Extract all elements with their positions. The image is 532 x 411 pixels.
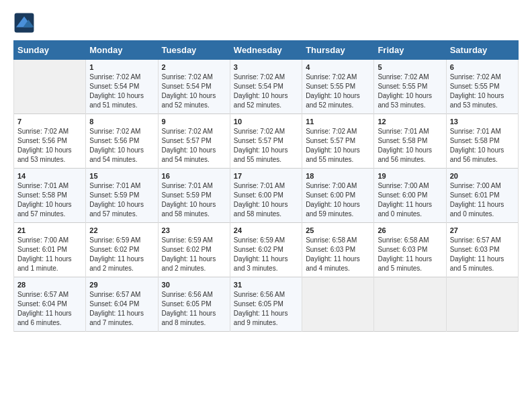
day-info: Sunrise: 7:02 AMSunset: 5:56 PMDaylight:… [17,128,72,163]
day-number: 4 [306,63,370,71]
day-number: 21 [17,226,82,234]
calendar-cell: 20 Sunrise: 7:00 AMSunset: 6:01 PMDaylig… [446,169,518,223]
day-info: Sunrise: 7:01 AMSunset: 6:00 PMDaylight:… [234,182,288,218]
day-number: 12 [378,118,442,126]
day-info: Sunrise: 7:02 AMSunset: 5:54 PMDaylight:… [89,73,144,109]
day-number: 9 [162,118,226,126]
day-info: Sunrise: 7:02 AMSunset: 5:57 PMDaylight:… [234,128,288,163]
calendar-cell: 17 Sunrise: 7:01 AMSunset: 6:00 PMDaylig… [230,169,302,223]
calendar-cell: 4 Sunrise: 7:02 AMSunset: 5:55 PMDayligh… [302,60,374,114]
weekday-header: Friday [374,41,446,60]
day-info: Sunrise: 7:02 AMSunset: 5:57 PMDaylight:… [306,128,360,163]
calendar-cell: 3 Sunrise: 7:02 AMSunset: 5:54 PMDayligh… [230,60,302,114]
day-number: 2 [162,63,226,71]
day-number: 16 [162,172,226,180]
day-info: Sunrise: 6:56 AMSunset: 6:05 PMDaylight:… [162,291,216,326]
day-info: Sunrise: 6:58 AMSunset: 6:03 PMDaylight:… [306,236,360,272]
calendar-cell: 11 Sunrise: 7:02 AMSunset: 5:57 PMDaylig… [302,114,374,169]
day-info: Sunrise: 7:00 AMSunset: 6:01 PMDaylight:… [450,182,504,218]
calendar-cell: 7 Sunrise: 7:02 AMSunset: 5:56 PMDayligh… [14,114,86,169]
day-info: Sunrise: 7:00 AMSunset: 6:00 PMDaylight:… [378,182,432,218]
day-number: 11 [306,118,370,126]
day-info: Sunrise: 6:59 AMSunset: 6:02 PMDaylight:… [89,236,144,272]
calendar-cell: 22 Sunrise: 6:59 AMSunset: 6:02 PMDaylig… [86,223,158,277]
calendar-cell: 24 Sunrise: 6:59 AMSunset: 6:02 PMDaylig… [230,223,302,277]
calendar-cell: 21 Sunrise: 7:00 AMSunset: 6:01 PMDaylig… [14,223,86,277]
day-number: 24 [234,226,298,234]
calendar-cell: 27 Sunrise: 6:57 AMSunset: 6:03 PMDaylig… [446,223,518,277]
day-number: 30 [162,281,226,289]
day-info: Sunrise: 6:59 AMSunset: 6:02 PMDaylight:… [234,236,288,272]
weekday-header: Wednesday [230,41,302,60]
calendar-table: SundayMondayTuesdayWednesdayThursdayFrid… [13,40,519,332]
calendar-cell: 29 Sunrise: 6:57 AMSunset: 6:04 PMDaylig… [86,277,158,332]
day-number: 19 [378,172,442,180]
day-info: Sunrise: 7:02 AMSunset: 5:55 PMDaylight:… [378,73,432,109]
calendar-week-row: 7 Sunrise: 7:02 AMSunset: 5:56 PMDayligh… [14,114,519,169]
day-number: 13 [450,118,515,126]
day-info: Sunrise: 7:00 AMSunset: 6:00 PMDaylight:… [306,182,360,218]
calendar-cell: 28 Sunrise: 6:57 AMSunset: 6:04 PMDaylig… [14,277,86,332]
day-info: Sunrise: 6:59 AMSunset: 6:02 PMDaylight:… [162,236,216,272]
day-info: Sunrise: 6:56 AMSunset: 6:05 PMDaylight:… [234,291,288,326]
day-number: 23 [162,226,226,234]
day-info: Sunrise: 6:58 AMSunset: 6:03 PMDaylight:… [378,236,432,272]
day-info: Sunrise: 7:02 AMSunset: 5:54 PMDaylight:… [162,73,216,109]
day-info: Sunrise: 7:01 AMSunset: 5:58 PMDaylight:… [378,128,432,163]
calendar-cell [446,277,518,332]
calendar-cell: 6 Sunrise: 7:02 AMSunset: 5:55 PMDayligh… [446,60,518,114]
calendar-cell: 19 Sunrise: 7:00 AMSunset: 6:00 PMDaylig… [374,169,446,223]
day-info: Sunrise: 7:01 AMSunset: 5:59 PMDaylight:… [89,182,144,218]
calendar-cell: 25 Sunrise: 6:58 AMSunset: 6:03 PMDaylig… [302,223,374,277]
calendar-cell: 5 Sunrise: 7:02 AMSunset: 5:55 PMDayligh… [374,60,446,114]
calendar-cell: 12 Sunrise: 7:01 AMSunset: 5:58 PMDaylig… [374,114,446,169]
day-info: Sunrise: 7:02 AMSunset: 5:56 PMDaylight:… [89,128,144,163]
day-number: 15 [89,172,154,180]
calendar-cell: 31 Sunrise: 6:56 AMSunset: 6:05 PMDaylig… [230,277,302,332]
day-info: Sunrise: 7:02 AMSunset: 5:57 PMDaylight:… [162,128,216,163]
calendar-cell: 15 Sunrise: 7:01 AMSunset: 5:59 PMDaylig… [86,169,158,223]
header-row: SundayMondayTuesdayWednesdayThursdayFrid… [14,41,519,60]
day-number: 10 [234,118,298,126]
calendar-week-row: 28 Sunrise: 6:57 AMSunset: 6:04 PMDaylig… [14,277,519,332]
day-number: 28 [17,281,82,289]
day-info: Sunrise: 7:01 AMSunset: 5:58 PMDaylight:… [450,128,504,163]
calendar-cell: 8 Sunrise: 7:02 AMSunset: 5:56 PMDayligh… [86,114,158,169]
day-number: 7 [17,118,82,126]
calendar-cell: 13 Sunrise: 7:01 AMSunset: 5:58 PMDaylig… [446,114,518,169]
day-info: Sunrise: 7:01 AMSunset: 5:59 PMDaylight:… [162,182,216,218]
day-info: Sunrise: 6:57 AMSunset: 6:03 PMDaylight:… [450,236,504,272]
calendar-cell: 26 Sunrise: 6:58 AMSunset: 6:03 PMDaylig… [374,223,446,277]
day-info: Sunrise: 7:02 AMSunset: 5:55 PMDaylight:… [306,73,360,109]
day-number: 25 [306,226,370,234]
day-number: 1 [89,63,154,71]
calendar-cell: 9 Sunrise: 7:02 AMSunset: 5:57 PMDayligh… [158,114,230,169]
day-info: Sunrise: 6:57 AMSunset: 6:04 PMDaylight:… [17,291,72,326]
calendar-week-row: 21 Sunrise: 7:00 AMSunset: 6:01 PMDaylig… [14,223,519,277]
day-number: 8 [89,118,154,126]
day-number: 29 [89,281,154,289]
day-number: 22 [89,226,154,234]
calendar-cell: 1 Sunrise: 7:02 AMSunset: 5:54 PMDayligh… [86,60,158,114]
calendar-week-row: 1 Sunrise: 7:02 AMSunset: 5:54 PMDayligh… [14,60,519,114]
day-info: Sunrise: 7:00 AMSunset: 6:01 PMDaylight:… [17,236,72,272]
weekday-header: Saturday [446,41,518,60]
day-number: 27 [450,226,515,234]
calendar-week-row: 14 Sunrise: 7:01 AMSunset: 5:58 PMDaylig… [14,169,519,223]
day-number: 3 [234,63,298,71]
logo-icon [13,12,35,34]
calendar-cell: 16 Sunrise: 7:01 AMSunset: 5:59 PMDaylig… [158,169,230,223]
day-number: 31 [234,281,298,289]
weekday-header: Sunday [14,41,86,60]
day-number: 6 [450,63,515,71]
day-number: 5 [378,63,442,71]
calendar-cell: 14 Sunrise: 7:01 AMSunset: 5:58 PMDaylig… [14,169,86,223]
day-number: 14 [17,172,82,180]
header [13,12,519,34]
calendar-cell: 18 Sunrise: 7:00 AMSunset: 6:00 PMDaylig… [302,169,374,223]
day-info: Sunrise: 6:57 AMSunset: 6:04 PMDaylight:… [89,291,144,326]
day-number: 17 [234,172,298,180]
page: SundayMondayTuesdayWednesdayThursdayFrid… [0,0,532,338]
logo [13,12,38,34]
calendar-cell [302,277,374,332]
